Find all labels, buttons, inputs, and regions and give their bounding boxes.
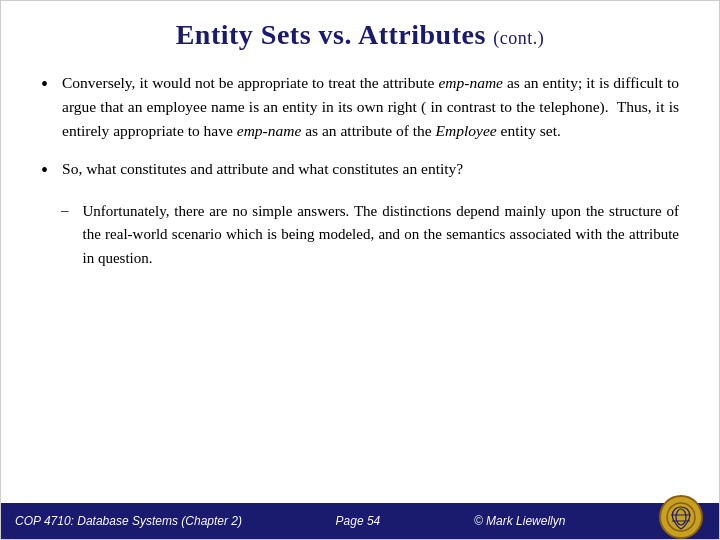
footer-right: © Mark Liewellyn — [474, 514, 566, 528]
bullet-text-2: So, what constitutes and attribute and w… — [62, 157, 463, 181]
bullet-item-1: • Conversely, it would not be appropriat… — [41, 71, 679, 143]
slide-footer: COP 4710: Database Systems (Chapter 2) P… — [1, 503, 719, 539]
title-text: Entity Sets vs. Attributes — [176, 19, 486, 50]
slide-body: • Conversely, it would not be appropriat… — [1, 61, 719, 503]
slide-header: Entity Sets vs. Attributes (cont.) — [1, 1, 719, 61]
footer-left: COP 4710: Database Systems (Chapter 2) — [15, 514, 242, 528]
sub-text-1: Unfortunately, there are no simple answe… — [83, 200, 680, 270]
sub-item-1: – Unfortunately, there are no simple ans… — [61, 200, 679, 270]
bullet-dot-2: • — [41, 159, 48, 182]
footer-center: Page 54 — [336, 514, 381, 528]
logo-icon — [665, 501, 697, 533]
bullet-text-1: Conversely, it would not be appropriate … — [62, 71, 679, 143]
sub-dash-1: – — [61, 202, 69, 219]
bullet-dot-1: • — [41, 73, 48, 96]
footer-logo — [659, 495, 703, 539]
slide: Entity Sets vs. Attributes (cont.) • Con… — [0, 0, 720, 540]
bullet-item-2: • So, what constitutes and attribute and… — [41, 157, 679, 182]
title-subtitle: (cont.) — [493, 28, 544, 48]
slide-title: Entity Sets vs. Attributes (cont.) — [41, 19, 679, 51]
footer-right-text: © Mark Liewellyn — [474, 514, 566, 528]
